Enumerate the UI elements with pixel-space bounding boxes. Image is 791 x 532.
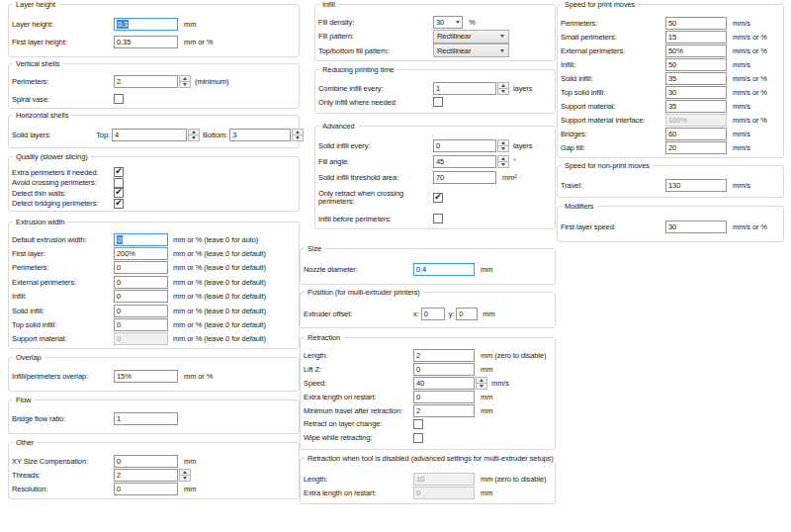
solid-infill-threshold-area-input[interactable]: 70 (433, 171, 496, 184)
detect-thin-walls-checkbox[interactable]: ✔ (114, 188, 124, 198)
solid-layers-bottom-spinner-up[interactable] (292, 129, 304, 135)
fill-angle-spinner[interactable] (497, 155, 509, 168)
infill-before-perimeters-checkbox[interactable] (433, 214, 443, 223)
solid-infill-every-spinner-down[interactable] (497, 146, 509, 152)
small-perimeters-speed-value: 15 (668, 33, 676, 42)
detect-bridging-perimeters-checkbox[interactable]: ✔ (114, 199, 124, 209)
top-bottom-fill-pattern-select[interactable]: Rectilinear (433, 44, 509, 57)
field-solid-infill-threshold-area: Solid infill threshold area:70mm² (318, 169, 555, 185)
first-layer-speed-input[interactable]: 30 (665, 221, 727, 233)
fill-angle-spinner-up[interactable] (497, 155, 509, 162)
solid-infill-every-unit: layers (513, 141, 532, 150)
retract-on-layer-change-checkbox[interactable] (413, 419, 423, 429)
retraction-lift-z-input[interactable]: 0 (413, 363, 475, 376)
fill-pattern-select[interactable]: Rectilinear (433, 30, 509, 44)
bridge-flow-ratio-input[interactable]: 1 (114, 412, 178, 425)
fill-density-combo[interactable]: 30 (433, 16, 463, 29)
support-material-interface-speed-value: 100% (668, 116, 687, 125)
perimeters-min-spinner-down[interactable] (179, 82, 191, 88)
support-material-speed-input[interactable]: 35 (665, 100, 727, 113)
retraction-speed-spinner[interactable] (476, 377, 487, 390)
toolchange-retraction-length-input[interactable]: 10 (413, 473, 475, 486)
perimeters-min-spinner-up[interactable] (179, 75, 191, 82)
combine-infill-every-spinner[interactable] (497, 82, 509, 95)
external-perimeters-speed-input[interactable]: 50% (665, 44, 727, 57)
extra-perimeters-if-needed-checkbox[interactable]: ✔ (114, 167, 124, 177)
chevron-up-icon (183, 471, 187, 474)
extruder-offset-y-input[interactable]: 0 (456, 308, 478, 320)
retraction-speed-spinner-down[interactable] (476, 384, 487, 390)
solid-infill-speed-input[interactable]: 35 (665, 72, 727, 85)
toolchange-extra-length-on-restart-input[interactable]: 0 (413, 487, 475, 499)
external-perimeters-extrusion-width-input[interactable]: 0 (114, 276, 168, 289)
small-perimeters-speed-input[interactable]: 15 (665, 31, 727, 44)
only-infill-where-needed-checkbox[interactable] (433, 97, 443, 107)
threads-spinner-down[interactable] (179, 476, 191, 482)
top-solid-infill-speed-input[interactable]: 30 (665, 86, 727, 99)
small-perimeters-speed-label: Small perimeters: (561, 33, 665, 42)
solid-layers-bottom-spinner[interactable] (292, 129, 304, 141)
infill-perimeters-overlap-input[interactable]: 15% (114, 370, 178, 383)
minimum-travel-after-retraction-input[interactable]: 2 (413, 404, 475, 417)
retraction-length-input[interactable]: 2 (413, 349, 475, 362)
chevron-up-icon (480, 379, 483, 382)
support-material-extrusion-width-input[interactable]: 0 (114, 332, 168, 345)
infill-speed-input[interactable]: 50 (665, 58, 727, 71)
extra-length-on-restart-input[interactable]: 0 (413, 391, 475, 403)
solid-layers-top-spinner-down[interactable] (188, 135, 200, 141)
retraction-speed-input[interactable]: 40 (413, 377, 475, 390)
solid-layers-top-spinner[interactable] (188, 129, 200, 141)
threads-spinner[interactable] (179, 469, 191, 482)
nozzle-diameter-value: 0.4 (416, 265, 426, 274)
perimeters-min-spinner[interactable] (179, 75, 191, 88)
xy-size-compensation-input[interactable]: 0 (114, 455, 178, 468)
external-perimeters-extrusion-width-label: External perimeters: (12, 278, 114, 287)
retraction-speed-spinner-up[interactable] (476, 377, 487, 384)
solid-layers-bottom-spinner-down[interactable] (292, 135, 304, 141)
layer-height-input[interactable]: 0.3 (114, 18, 178, 31)
gap-fill-speed-input[interactable]: 20 (665, 141, 727, 154)
resolution-input[interactable]: 0 (114, 483, 178, 495)
retraction-speed-unit: mm/s (491, 379, 509, 388)
perimeters-min-input[interactable]: 2 (114, 75, 178, 88)
avoid-crossing-perimeters-checkbox[interactable] (114, 178, 124, 188)
bridges-speed-input[interactable]: 60 (665, 128, 727, 140)
solid-infill-extrusion-width-input[interactable]: 0 (114, 305, 168, 317)
first-layer-height-input[interactable]: 0.35 (114, 36, 178, 48)
combine-infill-every-spinner-up[interactable] (497, 82, 509, 89)
solid-infill-every-spinner-up[interactable] (497, 139, 509, 146)
solid-infill-every-value: 0 (436, 141, 440, 150)
solid-layers-top-spinner-up[interactable] (188, 129, 200, 135)
fill-angle-spinner-down[interactable] (497, 162, 509, 168)
support-material-interface-speed-input[interactable]: 100% (665, 114, 727, 127)
fill-density-value: 30 (436, 18, 444, 27)
nozzle-diameter-input[interactable]: 0.4 (413, 263, 475, 276)
field-wipe-while-retracting: Wipe while retracting: (304, 431, 555, 445)
solid-infill-every-input[interactable]: 0 (433, 139, 496, 152)
travel-speed-input[interactable]: 130 (665, 179, 727, 192)
perimeters-speed-label: Perimeters: (561, 19, 665, 28)
solid-layers-bottom-input[interactable]: 3 (229, 129, 291, 141)
fill-angle-input[interactable]: 45 (433, 155, 496, 168)
support-material-speed-unit: mm/s (733, 102, 750, 111)
solid-layers-top-input[interactable]: 4 (112, 129, 187, 141)
threads-spinner-up[interactable] (179, 469, 191, 476)
threads-input[interactable]: 2 (114, 469, 178, 482)
default-extrusion-width-input[interactable]: 0 (114, 233, 168, 246)
perimeters-extrusion-width-input[interactable]: 0 (114, 261, 168, 274)
infill-speed-unit: mm/s (733, 60, 750, 69)
threads-label: Threads: (12, 471, 114, 480)
extruder-offset-x-input[interactable]: 0 (421, 308, 445, 320)
spiral-vase-checkbox[interactable] (114, 94, 124, 104)
first-layer-extrusion-width-input[interactable]: 200% (114, 247, 168, 260)
infill-extrusion-width-input[interactable]: 0 (114, 290, 168, 303)
perimeters-speed-input[interactable]: 50 (665, 17, 727, 30)
combine-infill-every-input[interactable]: 1 (433, 82, 496, 95)
solid-infill-every-spinner[interactable] (497, 139, 509, 152)
travel-speed-value: 130 (668, 181, 680, 190)
wipe-while-retracting-checkbox[interactable] (413, 433, 423, 443)
first-layer-extrusion-width-value: 200% (117, 249, 135, 258)
only-retract-when-crossing-perimeters-checkbox[interactable]: ✔ (433, 193, 443, 203)
top-solid-infill-extrusion-width-input[interactable]: 0 (114, 318, 168, 331)
combine-infill-every-spinner-down[interactable] (497, 89, 509, 95)
